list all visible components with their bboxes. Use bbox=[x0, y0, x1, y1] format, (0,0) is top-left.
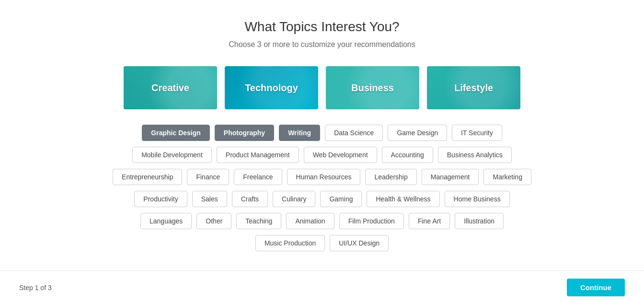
topic-btn-data-science[interactable]: Data Science bbox=[325, 125, 383, 141]
topics-row-0: Graphic DesignPhotographyWritingData Sci… bbox=[142, 125, 502, 141]
topic-btn-entrepreneurship[interactable]: Entrepreneurship bbox=[113, 169, 182, 185]
category-card-label-creative: Creative bbox=[151, 82, 189, 94]
topic-btn-leadership[interactable]: Leadership bbox=[365, 169, 416, 185]
category-card-technology[interactable]: Technology bbox=[225, 66, 318, 109]
topics-row-5: Music ProductionUI/UX Design bbox=[255, 235, 389, 251]
topics-row-3: ProductivitySalesCraftsCulinaryGamingHea… bbox=[134, 191, 509, 207]
topics-row-2: EntrepreneurshipFinanceFreelanceHuman Re… bbox=[113, 169, 531, 185]
category-card-label-technology: Technology bbox=[245, 82, 298, 94]
footer: Step 1 of 3 Continue bbox=[0, 270, 644, 304]
topic-btn-freelance[interactable]: Freelance bbox=[234, 169, 282, 185]
topic-btn-accounting[interactable]: Accounting bbox=[382, 147, 433, 163]
topic-btn-photography[interactable]: Photography bbox=[215, 125, 274, 141]
step-indicator: Step 1 of 3 bbox=[19, 284, 52, 292]
topic-btn-languages[interactable]: Languages bbox=[140, 213, 192, 229]
category-card-label-lifestyle: Lifestyle bbox=[454, 82, 493, 94]
topic-btn-crafts[interactable]: Crafts bbox=[232, 191, 268, 207]
topic-btn-film-production[interactable]: Film Production bbox=[339, 213, 404, 229]
category-card-lifestyle[interactable]: Lifestyle bbox=[427, 66, 520, 109]
topic-btn-graphic-design[interactable]: Graphic Design bbox=[142, 125, 209, 141]
topic-btn-music-production[interactable]: Music Production bbox=[255, 235, 325, 251]
topic-btn-web-development[interactable]: Web Development bbox=[304, 147, 377, 163]
topic-btn-culinary[interactable]: Culinary bbox=[273, 191, 315, 207]
topic-btn-human-resources[interactable]: Human Resources bbox=[287, 169, 361, 185]
topic-btn-fine-art[interactable]: Fine Art bbox=[409, 213, 450, 229]
topic-btn-finance[interactable]: Finance bbox=[187, 169, 229, 185]
category-card-label-business: Business bbox=[351, 82, 394, 94]
continue-button[interactable]: Continue bbox=[567, 279, 625, 296]
topic-btn-mobile-development[interactable]: Mobile Development bbox=[132, 147, 212, 163]
topics-row-1: Mobile DevelopmentProduct ManagementWeb … bbox=[132, 147, 512, 163]
topic-btn-health-wellness[interactable]: Health & Wellness bbox=[367, 191, 439, 207]
topic-btn-it-security[interactable]: IT Security bbox=[452, 125, 502, 141]
topic-btn-home-business[interactable]: Home Business bbox=[445, 191, 510, 207]
topics-area: Graphic DesignPhotographyWritingData Sci… bbox=[92, 125, 552, 251]
topic-btn-game-design[interactable]: Game Design bbox=[388, 125, 447, 141]
topic-btn-gaming[interactable]: Gaming bbox=[320, 191, 362, 207]
topic-btn-animation[interactable]: Animation bbox=[286, 213, 334, 229]
topic-btn-sales[interactable]: Sales bbox=[192, 191, 227, 207]
topic-btn-product-management[interactable]: Product Management bbox=[217, 147, 299, 163]
topic-btn-other[interactable]: Other bbox=[196, 213, 231, 229]
topic-btn-illustration[interactable]: Illustration bbox=[455, 213, 504, 229]
category-cards: CreativeTechnologyBusinessLifestyle bbox=[124, 66, 520, 109]
topic-btn-productivity[interactable]: Productivity bbox=[134, 191, 187, 207]
main-content: What Topics Interest You? Choose 3 or mo… bbox=[0, 0, 644, 270]
topic-btn-ui-ux-design[interactable]: UI/UX Design bbox=[330, 235, 389, 251]
topic-btn-marketing[interactable]: Marketing bbox=[483, 169, 531, 185]
category-card-creative[interactable]: Creative bbox=[124, 66, 217, 109]
topic-btn-management[interactable]: Management bbox=[422, 169, 479, 185]
topic-btn-business-analytics[interactable]: Business Analytics bbox=[438, 147, 512, 163]
topic-btn-writing[interactable]: Writing bbox=[279, 125, 320, 141]
topic-btn-teaching[interactable]: Teaching bbox=[236, 213, 281, 229]
category-card-business[interactable]: Business bbox=[326, 66, 419, 109]
topics-row-4: LanguagesOtherTeachingAnimationFilm Prod… bbox=[140, 213, 504, 229]
page-subtitle: Choose 3 or more to customize your recom… bbox=[229, 40, 415, 49]
page-title: What Topics Interest You? bbox=[244, 19, 399, 35]
